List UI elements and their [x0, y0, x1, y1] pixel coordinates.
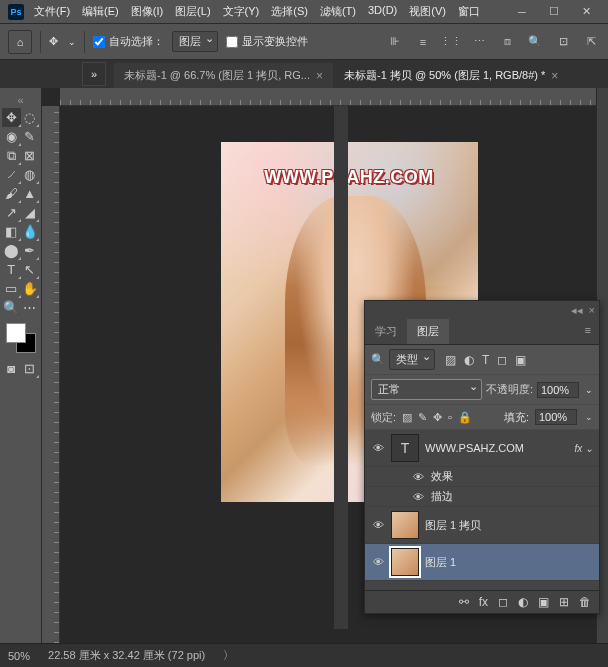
gradient-tool[interactable]: ◧	[2, 222, 21, 241]
zoom-level[interactable]: 50%	[8, 650, 30, 662]
collapse-panel-icon[interactable]: ◂◂	[571, 304, 583, 317]
path-select-tool[interactable]: ↖	[21, 260, 40, 279]
auto-select-checkbox[interactable]	[93, 36, 105, 48]
close-button[interactable]: ✕	[572, 3, 600, 21]
document-dimensions[interactable]: 22.58 厘米 x 32.42 厘米 (72 ppi)	[48, 648, 205, 663]
marquee-tool[interactable]: ◌	[21, 108, 40, 127]
fx-badge[interactable]: fx ⌄	[574, 443, 593, 454]
close-panel-icon[interactable]: ×	[589, 304, 595, 316]
menu-select[interactable]: 选择(S)	[265, 1, 314, 22]
lasso-tool[interactable]: ◉	[2, 127, 21, 146]
edit-toolbar[interactable]: ⋯	[21, 298, 40, 317]
menu-edit[interactable]: 编辑(E)	[76, 1, 125, 22]
move-tool[interactable]: ✥	[2, 108, 21, 127]
patch-tool[interactable]: ◍	[21, 165, 40, 184]
layers-tab[interactable]: 图层	[407, 319, 449, 344]
lock-all-icon[interactable]: 🔒	[458, 411, 472, 424]
tab-close-icon[interactable]: ×	[316, 69, 323, 83]
stamp-tool[interactable]: ▲	[21, 184, 40, 203]
layer-thumbnail[interactable]: T	[391, 434, 419, 462]
menu-image[interactable]: 图像(I)	[125, 1, 169, 22]
more-icon[interactable]: ⋯	[470, 33, 488, 51]
maximize-button[interactable]: ☐	[540, 3, 568, 21]
search-icon[interactable]: 🔍	[526, 33, 544, 51]
hand-tool[interactable]: ✋	[21, 279, 40, 298]
layer-thumbnail[interactable]	[391, 511, 419, 539]
layer-name[interactable]: 图层 1	[425, 555, 593, 570]
vertical-scrollbar[interactable]	[334, 106, 348, 629]
visibility-toggle[interactable]: 👁	[411, 491, 425, 503]
show-transform-checkbox[interactable]	[226, 36, 238, 48]
group-layers-icon[interactable]: ▣	[538, 595, 549, 609]
status-arrow[interactable]: 〉	[223, 648, 234, 663]
crop-tool[interactable]: ⧉	[2, 146, 21, 165]
visibility-toggle[interactable]: 👁	[371, 556, 385, 568]
quick-select-tool[interactable]: ✎	[21, 127, 40, 146]
auto-select-target[interactable]: 图层	[172, 31, 218, 52]
menu-file[interactable]: 文件(F)	[28, 1, 76, 22]
dodge-tool[interactable]: ⬤	[2, 241, 21, 260]
horizontal-ruler[interactable]	[60, 88, 596, 106]
layer-effect-row[interactable]: 👁 描边	[365, 487, 599, 507]
tab-close-icon[interactable]: ×	[551, 69, 558, 83]
align-icon-3[interactable]: ⋮⋮	[442, 33, 460, 51]
blur-tool[interactable]: 💧	[21, 222, 40, 241]
zoom-tool[interactable]: 🔍	[2, 298, 21, 317]
menu-filter[interactable]: 滤镜(T)	[314, 1, 362, 22]
adjustment-layer-icon[interactable]: ◐	[518, 595, 528, 609]
layer-mask-icon[interactable]: ◻	[498, 595, 508, 609]
menu-type[interactable]: 文字(Y)	[217, 1, 266, 22]
lock-artboard-icon[interactable]: ▫	[448, 411, 452, 423]
filter-smart-icon[interactable]: ▣	[515, 353, 526, 367]
eyedropper-tool[interactable]: ⟋	[2, 165, 21, 184]
share-icon[interactable]: ⇱	[582, 33, 600, 51]
filter-adjust-icon[interactable]: ◐	[464, 353, 474, 367]
layer-filter-select[interactable]: 类型	[389, 349, 435, 370]
filter-type-icon[interactable]: T	[482, 353, 489, 367]
shape-tool[interactable]: ▭	[2, 279, 21, 298]
screen-mode[interactable]: ⊡	[21, 359, 40, 378]
frame-tool[interactable]: ⊠	[21, 146, 40, 165]
lock-position-icon[interactable]: ✥	[433, 411, 442, 424]
eraser-tool[interactable]: ◢	[21, 203, 40, 222]
lock-paint-icon[interactable]: ✎	[418, 411, 427, 424]
minimize-button[interactable]: ─	[508, 3, 536, 21]
collapse-toolbar[interactable]: «	[2, 92, 39, 108]
learn-tab[interactable]: 学习	[365, 319, 407, 344]
layer-row[interactable]: 👁 T WWW.PSAHZ.COM fx ⌄	[365, 430, 599, 467]
menu-window[interactable]: 窗口	[452, 1, 486, 22]
document-tab-2[interactable]: 未标题-1 拷贝 @ 50% (图层 1, RGB/8#) * ×	[334, 63, 568, 88]
layer-row[interactable]: 👁 图层 1	[365, 544, 599, 581]
lock-transparency-icon[interactable]: ▨	[402, 411, 412, 424]
quick-mask[interactable]: ◙	[2, 359, 21, 378]
brush-tool[interactable]: 🖌	[2, 184, 21, 203]
foreground-color[interactable]	[6, 323, 26, 343]
visibility-toggle[interactable]: 👁	[371, 519, 385, 531]
tab-nav-button[interactable]: »	[82, 62, 106, 86]
layer-name[interactable]: WWW.PSAHZ.COM	[425, 442, 568, 454]
menu-3d[interactable]: 3D(D)	[362, 1, 403, 22]
align-icon-2[interactable]: ≡	[414, 33, 432, 51]
type-tool[interactable]: T	[2, 260, 21, 279]
filter-shape-icon[interactable]: ◻	[497, 353, 507, 367]
app-logo[interactable]: Ps	[8, 4, 24, 20]
filter-pixel-icon[interactable]: ▨	[445, 353, 456, 367]
layer-style-icon[interactable]: fx	[479, 595, 488, 609]
fill-input[interactable]	[535, 409, 577, 425]
history-brush-tool[interactable]: ↗	[2, 203, 21, 222]
opacity-input[interactable]	[537, 382, 579, 398]
search-icon[interactable]: 🔍	[371, 353, 385, 366]
overflow-icon[interactable]: ⊡	[554, 33, 572, 51]
vertical-ruler[interactable]	[42, 106, 60, 643]
panel-menu-icon[interactable]: ≡	[577, 319, 599, 344]
layer-name[interactable]: 图层 1 拷贝	[425, 518, 593, 533]
layer-row[interactable]: 👁 图层 1 拷贝	[365, 507, 599, 544]
visibility-toggle[interactable]: 👁	[411, 471, 425, 483]
blend-mode-select[interactable]: 正常	[371, 379, 482, 400]
layer-effect-row[interactable]: 👁 效果	[365, 467, 599, 487]
layer-thumbnail[interactable]	[391, 548, 419, 576]
color-swatches[interactable]	[6, 323, 36, 353]
menu-view[interactable]: 视图(V)	[403, 1, 452, 22]
pen-tool[interactable]: ✒	[21, 241, 40, 260]
align-icon[interactable]: ⊪	[386, 33, 404, 51]
